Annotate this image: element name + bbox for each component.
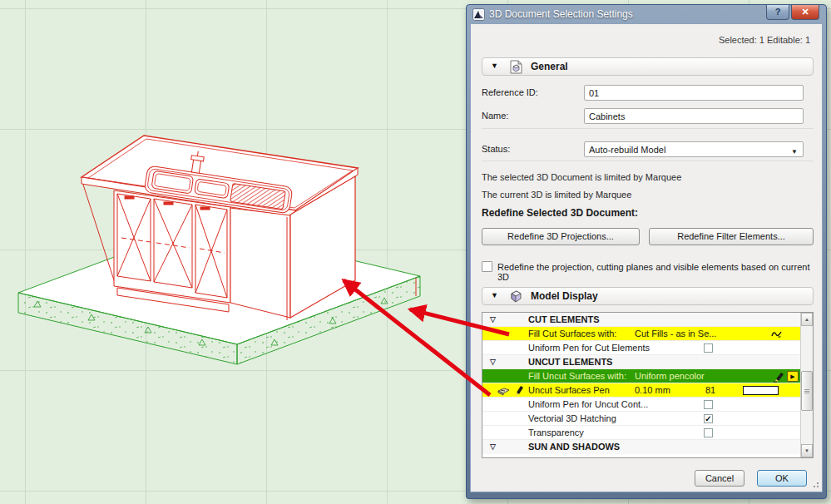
list-header-uncut-elements[interactable]: ▽ UNCUT ELEMENTS [482, 355, 801, 369]
ok-button[interactable]: OK [757, 470, 807, 487]
transparency-checkbox[interactable] [704, 428, 713, 437]
scroll-down-icon[interactable]: ▼ [801, 444, 813, 457]
list-row-uniform-pen-uncut[interactable]: Uniform Pen for Uncut Cont... [482, 398, 801, 412]
redefine-projection-checkbox[interactable] [482, 261, 492, 272]
general-section-label: General [531, 61, 568, 72]
uniform-pen-cut-checkbox[interactable] [704, 343, 713, 353]
separator [482, 128, 814, 129]
dialog-titlebar[interactable]: 3D Document Selection Settings ? ✕ [467, 5, 826, 23]
pen-icon [512, 384, 525, 397]
model-display-section-icon [509, 289, 523, 304]
dialog-title: 3D Document Selection Settings [489, 8, 633, 20]
pen-set-icon [497, 384, 510, 397]
reference-id-label: Reference ID: [482, 87, 538, 97]
list-row-fill-cut-surfaces[interactable]: Fill Cut Surfaces with: Cut Fills - as i… [482, 327, 801, 341]
cabinet-body [82, 136, 358, 320]
cancel-button[interactable]: Cancel [695, 470, 744, 487]
cabinet-doors [114, 190, 230, 312]
model-display-section-header[interactable]: ▼ Model Display [482, 287, 814, 305]
fill-uncut-popup-button[interactable]: ▶ [787, 371, 799, 382]
list-row-fill-uncut-surfaces[interactable]: Fill Uncut Surfaces with: Uniform pencol… [482, 369, 801, 383]
close-button[interactable]: ✕ [791, 5, 819, 20]
status-dropdown[interactable]: Auto-rebuild Model ▼ [584, 141, 804, 157]
resize-grip[interactable] [811, 482, 819, 490]
marquee-note-1: The selected 3D Document is limited by M… [482, 172, 681, 182]
pen-icon [773, 370, 785, 383]
vectorial-hatching-checkbox[interactable]: ✓ [704, 414, 713, 423]
general-section-header[interactable]: ▼ General [482, 57, 814, 76]
collapse-arrow-icon[interactable]: ▽ [490, 440, 496, 454]
list-scrollbar[interactable]: ▲ ▼ [800, 313, 813, 457]
list-row-vectorial-3d-hatching[interactable]: Vectorial 3D Hatching ✓ [482, 412, 801, 426]
status-label: Status: [482, 144, 510, 154]
scrollbar-thumb[interactable] [801, 371, 813, 411]
redefine-3d-projections-button[interactable]: Redefine 3D Projections... [482, 228, 640, 245]
chevron-down-icon: ▼ [791, 146, 798, 158]
list-row-uncut-surfaces-pen[interactable]: Uncut Surfaces Pen 0.10 mm 81 [482, 383, 801, 398]
redefine-filter-elements-button[interactable]: Redefine Filter Elements... [649, 228, 814, 245]
name-label: Name: [482, 111, 508, 121]
redefine-projection-checkbox-label: Redefine the projection, cutting planes … [497, 262, 822, 282]
redefine-title: Redefine Selected 3D Document: [482, 207, 638, 219]
scroll-up-icon[interactable]: ▲ [801, 313, 813, 326]
uniform-pen-uncut-checkbox[interactable] [704, 400, 713, 409]
list-row-uniform-pen-cut[interactable]: Uniform Pen for Cut Elements [482, 341, 801, 355]
list-row-transparency[interactable]: Transparency [482, 426, 801, 440]
model-display-section-label: Model Display [531, 290, 598, 302]
name-input[interactable]: Cabinets [584, 108, 804, 124]
3d-document-selection-settings-dialog: 3D Document Selection Settings ? ✕ Selec… [466, 4, 827, 499]
fill-pen-icon[interactable] [770, 328, 783, 340]
list-header-sun-and-shadows[interactable]: ▽ SUN AND SHADOWS [482, 440, 801, 454]
model-display-list: ▽ CUT ELEMENTS Fill Cut Surfaces with: C… [482, 312, 814, 458]
collapse-arrow-icon[interactable]: ▽ [490, 313, 496, 327]
selection-status: Selected: 1 Editable: 1 [719, 35, 810, 45]
pen-number: 81 [705, 383, 715, 398]
collapse-arrow-icon[interactable]: ▼ [491, 291, 498, 299]
separator [482, 161, 814, 161]
general-section-icon [509, 60, 523, 74]
list-header-cut-elements[interactable]: ▽ CUT ELEMENTS [482, 313, 801, 327]
reference-id-input[interactable]: 01 [584, 85, 804, 101]
collapse-arrow-icon[interactable]: ▼ [491, 62, 498, 70]
marquee-note-2: The current 3D is limited by Marquee [482, 190, 631, 200]
status-dropdown-value: Auto-rebuild Model [589, 145, 665, 155]
3d-document-icon [472, 8, 485, 21]
pen-color-swatch[interactable] [743, 386, 779, 395]
collapse-arrow-icon[interactable]: ▽ [490, 355, 496, 369]
help-button[interactable]: ? [766, 5, 789, 20]
dialog-body: Selected: 1 Editable: 1 ▼ General Refere… [470, 23, 823, 492]
